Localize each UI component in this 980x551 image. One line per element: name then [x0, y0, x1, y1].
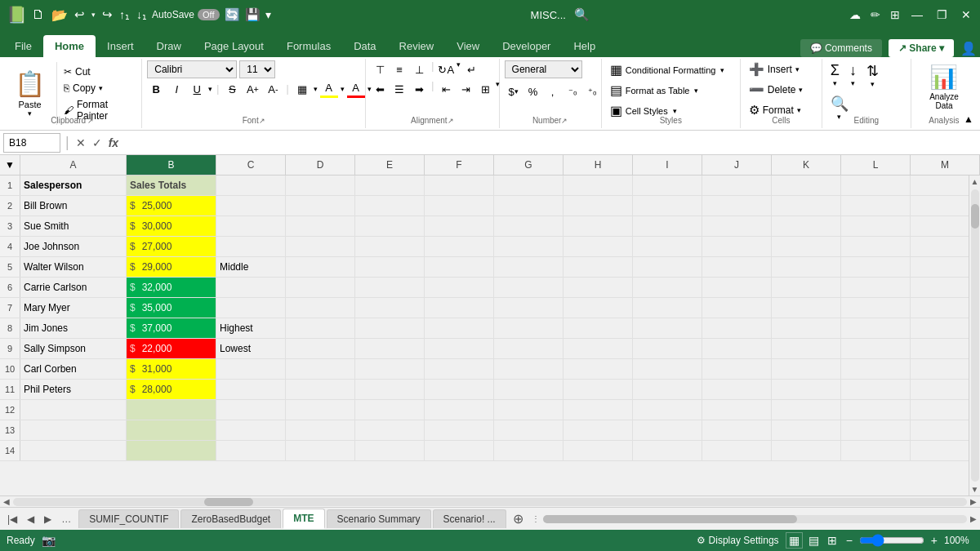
cell-f4[interactable]	[425, 237, 494, 256]
cell-m1[interactable]	[911, 176, 969, 195]
cell-l5[interactable]	[841, 257, 911, 277]
autosave-toggle[interactable]: AutoSave Off	[152, 9, 220, 20]
cell-d4[interactable]	[286, 237, 355, 256]
cell-e9[interactable]	[355, 339, 425, 358]
col-header-d[interactable]: D	[286, 155, 355, 175]
cell-g5[interactable]	[494, 257, 564, 277]
cell-b14[interactable]	[127, 441, 216, 460]
row-number[interactable]: 9	[0, 339, 20, 358]
cell-k14[interactable]	[772, 441, 841, 460]
cell-a1[interactable]: Salesperson	[20, 176, 127, 195]
search-icon[interactable]: 🔍	[574, 7, 590, 22]
row-number[interactable]: 7	[0, 298, 20, 318]
insert-dropdown[interactable]: ▾	[795, 65, 800, 73]
cell-e6[interactable]	[355, 278, 425, 297]
cell-k6[interactable]	[772, 278, 841, 297]
cell-k3[interactable]	[772, 216, 841, 236]
cell-g6[interactable]	[494, 278, 564, 297]
scroll-up-button[interactable]: ▲	[969, 176, 980, 188]
col-header-a[interactable]: A	[20, 155, 127, 175]
cell-e2[interactable]	[355, 196, 425, 216]
cell-e3[interactable]	[355, 216, 425, 236]
cell-b6[interactable]: $32,000	[127, 278, 216, 297]
cell-i5[interactable]	[633, 257, 702, 277]
cell-i8[interactable]	[633, 318, 702, 338]
cell-b12[interactable]	[127, 400, 216, 420]
tab-draw[interactable]: Draw	[145, 35, 193, 57]
row-number[interactable]: 13	[0, 420, 20, 440]
cell-j14[interactable]	[702, 441, 772, 460]
cell-d3[interactable]	[286, 216, 355, 236]
cell-i4[interactable]	[633, 237, 702, 256]
text-direction-button[interactable]: ↻A	[437, 60, 455, 78]
row-number[interactable]: 3	[0, 216, 20, 236]
cell-j2[interactable]	[702, 196, 772, 216]
currency-button[interactable]: $▾	[505, 82, 523, 100]
cell-d14[interactable]	[286, 441, 355, 460]
user-icon[interactable]: 👤	[960, 41, 977, 56]
zoom-out-button[interactable]: −	[843, 533, 856, 548]
number-format-select[interactable]: General Number Currency	[505, 60, 582, 78]
cell-f10[interactable]	[425, 359, 494, 379]
cell-j4[interactable]	[702, 237, 772, 256]
cell-k13[interactable]	[772, 420, 841, 440]
cut-button[interactable]: ✂ Cut	[62, 65, 136, 78]
cell-f8[interactable]	[425, 318, 494, 338]
cell-g3[interactable]	[494, 216, 564, 236]
cell-g7[interactable]	[494, 298, 564, 318]
cell-a6[interactable]: Carrie Carlson	[20, 278, 127, 297]
cell-i9[interactable]	[633, 339, 702, 358]
col-header-f[interactable]: F	[425, 155, 494, 175]
cell-m13[interactable]	[911, 420, 969, 440]
fill-dropdown[interactable]: ▾	[341, 85, 345, 93]
redo-icon[interactable]: ↪	[102, 7, 113, 22]
align-left-button[interactable]: ⬅	[371, 80, 389, 98]
conditional-dropdown[interactable]: ▾	[720, 66, 724, 74]
fill-button[interactable]: ↓ ▾	[846, 60, 860, 90]
cell-k5[interactable]	[772, 257, 841, 277]
more-commands-icon[interactable]: ▾	[265, 8, 271, 21]
cell-m2[interactable]	[911, 196, 969, 216]
font-family-select[interactable]: Calibri	[147, 60, 237, 78]
cell-b11[interactable]: $28,000	[127, 380, 216, 399]
tab-insert[interactable]: Insert	[96, 35, 145, 57]
conditional-formatting-button[interactable]: ▦ Conditional Formatting ▾	[607, 60, 735, 79]
cell-f12[interactable]	[425, 400, 494, 420]
cell-a14[interactable]	[20, 441, 127, 460]
cell-d5[interactable]	[286, 257, 355, 277]
cell-j10[interactable]	[702, 359, 772, 379]
cell-a5[interactable]: Walter Wilson	[20, 257, 127, 277]
maximize-button[interactable]: ❐	[934, 7, 949, 22]
row-number[interactable]: 4	[0, 237, 20, 256]
increase-indent-button[interactable]: ⇥	[457, 80, 474, 98]
zoom-in-button[interactable]: +	[928, 533, 941, 548]
text-direction-dropdown[interactable]: ▾	[457, 60, 461, 78]
cell-g10[interactable]	[494, 359, 564, 379]
cell-h7[interactable]	[564, 298, 633, 318]
scroll-sheets-right[interactable]: ▶	[40, 511, 56, 527]
cell-k10[interactable]	[772, 359, 841, 379]
delete-dropdown[interactable]: ▾	[799, 86, 803, 94]
cell-d13[interactable]	[286, 420, 355, 440]
undo-icon[interactable]: ↩	[74, 7, 85, 22]
cell-i3[interactable]	[633, 216, 702, 236]
cell-b8[interactable]: $37,000	[127, 318, 216, 338]
scroll-thumb[interactable]	[971, 204, 979, 229]
cell-g1[interactable]	[494, 176, 564, 195]
row-number[interactable]: 11	[0, 380, 20, 399]
cell-e10[interactable]	[355, 359, 425, 379]
cell-l1[interactable]	[841, 176, 911, 195]
col-header-i[interactable]: I	[633, 155, 702, 175]
comma-button[interactable]: ,	[544, 82, 562, 100]
cell-l3[interactable]	[841, 216, 911, 236]
cell-k9[interactable]	[772, 339, 841, 358]
alignment-expand[interactable]: ↗	[448, 117, 454, 125]
pen-icon[interactable]: ✏	[871, 8, 880, 21]
cell-a13[interactable]	[20, 420, 127, 440]
scroll-left-button[interactable]: ◀	[0, 495, 13, 508]
cell-i13[interactable]	[633, 420, 702, 440]
cell-b13[interactable]	[127, 420, 216, 440]
cell-h13[interactable]	[564, 420, 633, 440]
cell-j12[interactable]	[702, 400, 772, 420]
cell-j5[interactable]	[702, 257, 772, 277]
